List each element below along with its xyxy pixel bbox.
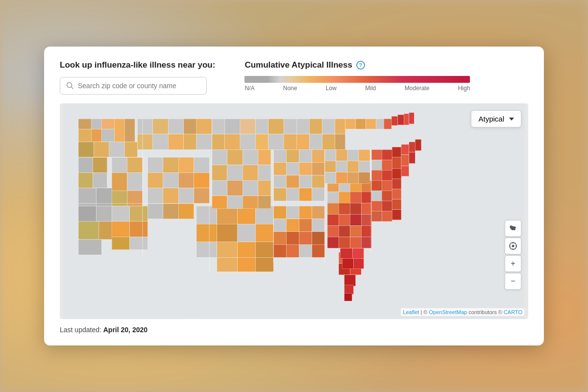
svg-rect-99 bbox=[178, 172, 194, 188]
svg-rect-16 bbox=[137, 119, 152, 134]
svg-rect-95 bbox=[178, 157, 194, 172]
svg-rect-205 bbox=[371, 191, 382, 201]
leaflet-link[interactable]: Leaflet bbox=[403, 309, 419, 315]
svg-rect-149 bbox=[286, 232, 299, 245]
svg-rect-61 bbox=[78, 206, 97, 221]
svg-rect-141 bbox=[286, 206, 299, 219]
svg-rect-17 bbox=[153, 119, 168, 134]
us-map bbox=[60, 103, 528, 319]
svg-rect-226 bbox=[359, 172, 370, 183]
zoom-in-button[interactable]: + bbox=[505, 255, 521, 272]
svg-rect-33 bbox=[225, 134, 240, 149]
usa-icon bbox=[509, 224, 517, 233]
zoom-out-button[interactable]: − bbox=[505, 273, 521, 290]
carto-link[interactable]: CARTO bbox=[504, 309, 522, 315]
svg-rect-177 bbox=[339, 237, 350, 248]
zoom-to-us-button[interactable] bbox=[505, 220, 521, 237]
svg-rect-112 bbox=[212, 165, 227, 180]
svg-rect-53 bbox=[404, 114, 409, 125]
map-container[interactable]: Atypical + bbox=[60, 103, 528, 319]
my-location-button[interactable] bbox=[505, 238, 521, 254]
svg-rect-174 bbox=[350, 225, 361, 237]
svg-rect-115 bbox=[258, 165, 271, 180]
svg-rect-69 bbox=[127, 172, 143, 191]
svg-rect-39 bbox=[309, 119, 322, 134]
svg-rect-210 bbox=[392, 199, 401, 210]
svg-rect-7 bbox=[78, 129, 91, 142]
svg-rect-13 bbox=[94, 142, 109, 157]
svg-rect-199 bbox=[382, 170, 392, 180]
svg-rect-89 bbox=[255, 242, 273, 257]
svg-rect-108 bbox=[212, 149, 227, 165]
svg-rect-223 bbox=[325, 172, 336, 183]
svg-rect-134 bbox=[299, 175, 312, 188]
plus-icon: + bbox=[511, 259, 515, 268]
svg-rect-148 bbox=[273, 232, 286, 245]
search-input[interactable] bbox=[78, 82, 200, 90]
svg-rect-145 bbox=[286, 219, 299, 232]
svg-rect-43 bbox=[309, 134, 322, 149]
svg-rect-113 bbox=[227, 165, 243, 180]
svg-rect-49 bbox=[376, 119, 384, 129]
osm-link[interactable]: OpenStreetMap bbox=[429, 309, 467, 315]
svg-rect-82 bbox=[196, 224, 217, 242]
svg-rect-204 bbox=[392, 179, 401, 189]
svg-rect-155 bbox=[312, 245, 325, 257]
legend-info-icon[interactable]: ? bbox=[356, 61, 365, 70]
svg-rect-104 bbox=[194, 188, 209, 203]
search-box[interactable] bbox=[60, 77, 207, 95]
svg-rect-224 bbox=[336, 172, 347, 183]
svg-rect-219 bbox=[325, 161, 336, 172]
svg-rect-56 bbox=[93, 157, 107, 172]
svg-rect-73 bbox=[130, 206, 148, 221]
svg-rect-31 bbox=[269, 119, 284, 134]
svg-rect-147 bbox=[312, 219, 325, 232]
legend-label-low: Low bbox=[326, 85, 337, 92]
svg-rect-6 bbox=[101, 119, 114, 129]
svg-rect-45 bbox=[335, 134, 345, 149]
svg-rect-47 bbox=[356, 119, 366, 129]
svg-rect-126 bbox=[299, 149, 312, 162]
svg-rect-34 bbox=[240, 134, 255, 149]
svg-rect-203 bbox=[382, 180, 392, 191]
svg-rect-81 bbox=[255, 206, 273, 224]
svg-rect-151 bbox=[312, 232, 325, 245]
svg-rect-186 bbox=[344, 294, 352, 301]
svg-rect-129 bbox=[286, 162, 299, 175]
svg-rect-68 bbox=[112, 172, 127, 191]
svg-rect-105 bbox=[147, 203, 163, 219]
svg-rect-55 bbox=[78, 157, 93, 172]
svg-rect-22 bbox=[137, 134, 152, 149]
legend-labels: N/A None Low Mild Moderate High bbox=[245, 85, 470, 92]
svg-rect-188 bbox=[382, 149, 392, 160]
svg-rect-107 bbox=[178, 203, 194, 219]
svg-rect-192 bbox=[415, 139, 421, 150]
svg-rect-123 bbox=[258, 196, 271, 209]
svg-rect-137 bbox=[286, 188, 299, 201]
svg-rect-146 bbox=[299, 219, 312, 232]
svg-rect-48 bbox=[366, 119, 376, 129]
svg-rect-77 bbox=[130, 237, 148, 249]
svg-rect-227 bbox=[340, 248, 352, 258]
svg-rect-110 bbox=[243, 149, 258, 165]
svg-rect-225 bbox=[347, 172, 359, 183]
svg-rect-46 bbox=[345, 119, 356, 129]
svg-rect-191 bbox=[409, 142, 416, 152]
svg-rect-218 bbox=[359, 149, 370, 161]
svg-rect-200 bbox=[392, 169, 401, 179]
svg-rect-201 bbox=[401, 166, 409, 176]
svg-rect-131 bbox=[312, 162, 325, 175]
minus-icon: − bbox=[511, 277, 515, 286]
svg-rect-102 bbox=[163, 188, 178, 203]
svg-rect-52 bbox=[398, 115, 404, 125]
svg-rect-130 bbox=[299, 162, 312, 175]
svg-rect-84 bbox=[238, 224, 256, 242]
svg-rect-75 bbox=[130, 221, 148, 237]
svg-rect-100 bbox=[194, 172, 209, 188]
svg-rect-222 bbox=[359, 161, 370, 172]
svg-rect-29 bbox=[240, 119, 255, 134]
svg-rect-85 bbox=[255, 224, 273, 242]
svg-rect-166 bbox=[350, 203, 361, 214]
map-type-dropdown[interactable]: Atypical bbox=[471, 110, 521, 127]
svg-rect-35 bbox=[255, 134, 268, 149]
